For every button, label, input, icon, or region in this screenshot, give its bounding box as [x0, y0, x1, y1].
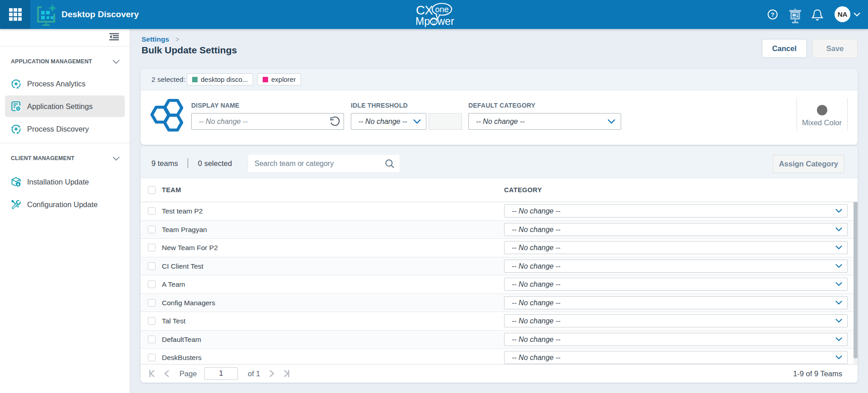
svg-text:?: ? [771, 11, 774, 18]
svg-text:Mp: Mp [415, 15, 430, 27]
svg-text:wer: wer [437, 15, 454, 27]
svg-text:one: one [435, 5, 448, 14]
